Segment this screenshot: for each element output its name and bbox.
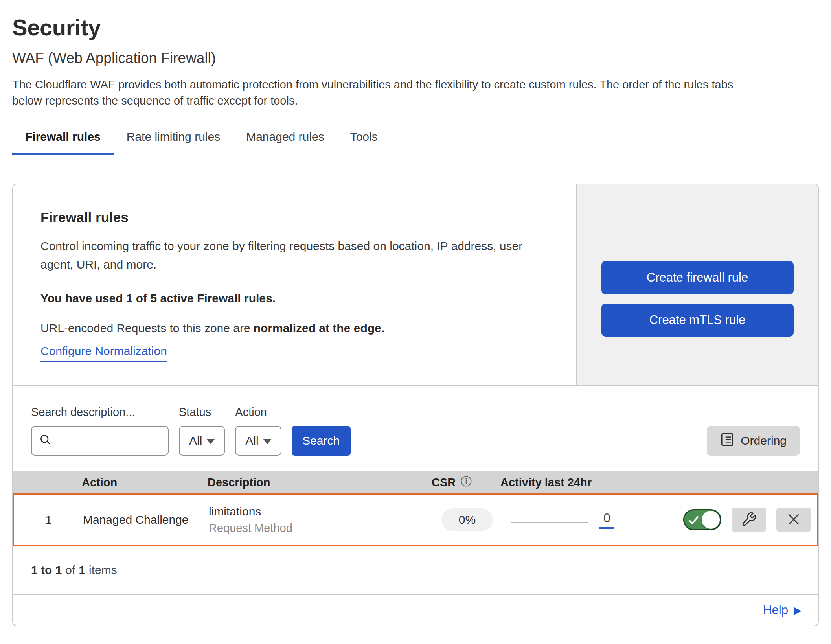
chevron-down-icon	[263, 439, 271, 444]
rule-description-field: Request Method	[209, 522, 433, 535]
list-document-icon	[720, 432, 734, 449]
rule-csr: 0%	[433, 508, 502, 531]
items-of: of	[65, 563, 75, 577]
action-select[interactable]: All	[235, 426, 281, 456]
chevron-down-icon	[207, 439, 215, 444]
status-filter-group: Status All	[179, 406, 225, 456]
activity-count-link[interactable]: 0	[599, 511, 614, 529]
normalization-statement: URL-encoded Requests to this zone arenor…	[40, 322, 548, 335]
status-label: Status	[179, 406, 225, 419]
security-waf-page: Security WAF (Web Application Firewall) …	[0, 0, 831, 642]
items-total: 1	[79, 563, 85, 577]
usage-statement: You have used 1 of 5 active Firewall rul…	[40, 292, 548, 305]
create-mtls-rule-button[interactable]: Create mTLS rule	[601, 304, 794, 337]
action-filter-group: Action All	[235, 406, 281, 456]
toggle-knob	[702, 511, 720, 529]
search-filter-group: Search description...	[31, 406, 169, 456]
search-label: Search description...	[31, 406, 169, 419]
column-csr: CSR	[432, 475, 500, 490]
edit-rule-button[interactable]	[732, 508, 766, 532]
status-select-value: All	[189, 434, 202, 447]
column-activity: Activity last 24hr	[500, 476, 669, 489]
rule-description-name: limitations	[209, 505, 433, 518]
csr-badge: 0%	[441, 508, 493, 531]
waf-tab-bar: Firewall rules Rate limiting rules Manag…	[12, 127, 819, 155]
configure-normalization-link[interactable]: Configure Normalization	[40, 344, 167, 362]
tab-rate-limiting-rules[interactable]: Rate limiting rules	[114, 127, 233, 155]
help-link[interactable]: Help ▶	[763, 603, 802, 617]
create-firewall-rule-button[interactable]: Create firewall rule	[601, 261, 794, 294]
firewall-rules-panel: Firewall rules Control incoming traffic …	[12, 184, 819, 626]
normalization-text: URL-encoded Requests to this zone are	[40, 322, 250, 335]
page-title: Security	[12, 14, 819, 40]
rules-table-header: Action Description CSR Activity last 24h…	[13, 471, 818, 493]
status-select[interactable]: All	[179, 426, 225, 456]
normalization-bold-text: normalized at the edge.	[254, 322, 384, 335]
items-word: items	[89, 563, 117, 577]
table-pagination-summary: 1 to 1 of 1 items	[13, 546, 818, 594]
page-subtitle: WAF (Web Application Firewall)	[12, 50, 819, 66]
column-csr-label: CSR	[432, 476, 456, 489]
delete-rule-button[interactable]	[776, 508, 811, 532]
search-input[interactable]	[52, 429, 168, 453]
column-description: Description	[208, 476, 432, 489]
help-arrow-icon: ▶	[794, 605, 802, 615]
tab-tools[interactable]: Tools	[337, 127, 391, 155]
tab-managed-rules[interactable]: Managed rules	[233, 127, 337, 155]
search-icon	[39, 433, 52, 448]
items-range: 1 to 1	[31, 563, 62, 577]
activity-sparkline	[511, 522, 588, 523]
firewall-rules-summary-card: Firewall rules Control incoming traffic …	[13, 184, 818, 386]
rules-filter-bar: Search description... Status All	[13, 386, 818, 471]
rule-action: Managed Challenge	[83, 513, 209, 526]
ordering-button[interactable]: Ordering	[707, 426, 800, 456]
firewall-rules-info: Firewall rules Control incoming traffic …	[13, 184, 576, 385]
action-select-value: All	[245, 434, 258, 447]
close-icon	[786, 512, 802, 528]
search-button[interactable]: Search	[292, 426, 351, 456]
column-action: Action	[82, 476, 208, 489]
ordering-button-label: Ordering	[741, 434, 787, 447]
help-label: Help	[763, 603, 788, 617]
search-input-wrapper	[31, 426, 169, 456]
info-icon[interactable]	[460, 475, 472, 490]
action-label: Action	[235, 406, 281, 419]
wrench-icon	[741, 512, 757, 528]
create-rule-actions: Create firewall rule Create mTLS rule	[576, 184, 818, 385]
firewall-rule-row[interactable]: 1 Managed Challenge limitations Request …	[13, 493, 818, 546]
card-description: Control incoming traffic to your zone by…	[40, 237, 548, 274]
rule-controls	[671, 508, 817, 532]
page-description: The Cloudflare WAF provides both automat…	[12, 77, 751, 109]
tab-firewall-rules[interactable]: Firewall rules	[12, 127, 114, 155]
rule-priority: 1	[14, 513, 83, 526]
card-heading: Firewall rules	[40, 210, 548, 225]
check-icon	[688, 515, 700, 527]
rule-enabled-toggle[interactable]	[683, 509, 721, 530]
rule-description: limitations Request Method	[209, 505, 433, 535]
help-bar: Help ▶	[13, 594, 818, 626]
rule-activity: 0	[502, 511, 671, 529]
